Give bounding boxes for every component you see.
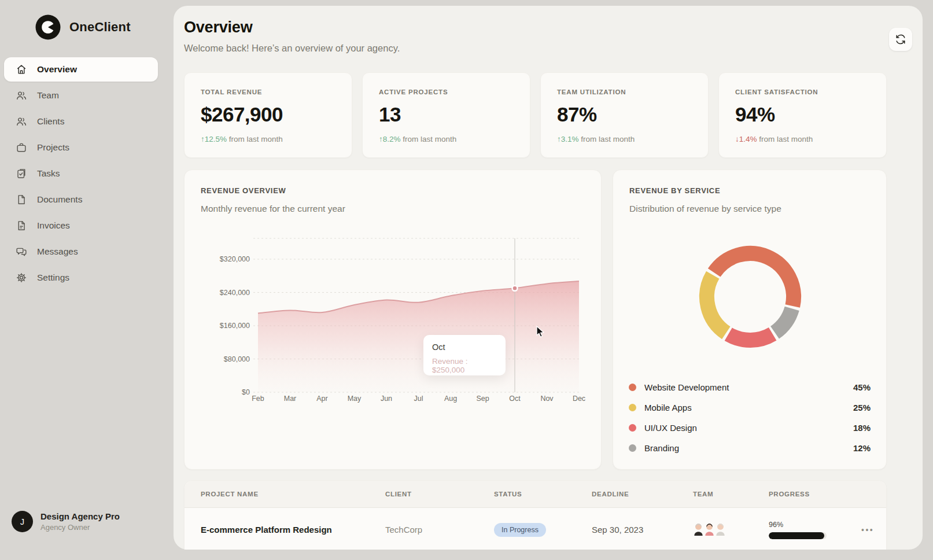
brand-name: OneClient xyxy=(69,20,131,35)
stat-card: CLIENT SATISFACTION94%↓1.4% from last mo… xyxy=(718,72,887,158)
sidebar-item-projects[interactable]: Projects xyxy=(4,135,158,160)
stats-row: TOTAL REVENUE$267,900↑12.5% from last mo… xyxy=(184,72,887,158)
stat-value: 13 xyxy=(379,103,514,126)
trend-down-arrow: ↓1.4% xyxy=(735,135,757,143)
svg-text:May: May xyxy=(348,395,362,403)
svg-text:Aug: Aug xyxy=(444,395,457,403)
users-icon xyxy=(16,90,27,101)
app-root: OneClient OverviewTeamClientsProjectsTas… xyxy=(0,0,933,560)
sidebar-item-label: Settings xyxy=(37,272,69,283)
sidebar-item-settings[interactable]: Settings xyxy=(4,266,158,290)
sidebar-item-team[interactable]: Team xyxy=(4,83,158,108)
stat-change: ↑12.5% from last month xyxy=(201,135,335,143)
svg-text:Jun: Jun xyxy=(381,395,392,403)
stat-card: ACTIVE PROJECTS13↑8.2% from last month xyxy=(362,72,530,158)
settings-icon xyxy=(16,272,27,283)
legend-dot-icon xyxy=(629,424,636,432)
stat-label: TEAM UTILIZATION xyxy=(557,89,692,95)
stat-change-suffix: from last month xyxy=(401,135,457,143)
svg-text:Feb: Feb xyxy=(252,395,264,403)
deadline: Sep 30, 2023 xyxy=(592,525,693,535)
briefcase-icon xyxy=(16,142,27,153)
stat-label: ACTIVE PROJECTS xyxy=(379,89,514,95)
avatar: J xyxy=(12,511,33,532)
clipboard-check-icon xyxy=(16,168,27,179)
user-profile[interactable]: J Design Agency Pro Agency Owner xyxy=(12,511,120,532)
stat-value: 87% xyxy=(557,103,692,126)
sidebar: OneClient OverviewTeamClientsProjectsTas… xyxy=(0,0,174,560)
stat-change-suffix: from last month xyxy=(227,135,283,143)
progress-value: 96% xyxy=(769,521,855,529)
trend-up-arrow: ↑8.2% xyxy=(379,135,401,143)
refresh-icon xyxy=(895,34,906,45)
user-role: Agency Owner xyxy=(40,523,120,532)
team-member-avatar xyxy=(715,521,726,539)
sidebar-item-label: Invoices xyxy=(37,220,70,231)
legend-label: Mobile Apps xyxy=(644,403,692,412)
sidebar-item-label: Documents xyxy=(37,194,82,205)
ellipsis-icon[interactable]: ••• xyxy=(855,525,886,535)
svg-text:Nov: Nov xyxy=(540,395,554,403)
legend-value: 18% xyxy=(853,423,871,433)
revenue-area-chart[interactable]: $0$80,000$160,000$240,000$320,000FebMarA… xyxy=(185,170,602,470)
sidebar-item-overview[interactable]: Overview xyxy=(4,57,158,82)
team-avatars xyxy=(693,521,769,539)
legend-item-branding[interactable]: Branding12% xyxy=(629,438,871,458)
users-icon xyxy=(16,116,27,127)
legend-label: Branding xyxy=(644,443,679,453)
sidebar-item-clients[interactable]: Clients xyxy=(4,109,158,134)
messages-icon xyxy=(16,246,27,257)
svg-text:Sep: Sep xyxy=(476,395,489,403)
sidebar-item-tasks[interactable]: Tasks xyxy=(4,161,158,186)
legend-item-website-development[interactable]: Website Development45% xyxy=(629,377,871,397)
stat-card: TEAM UTILIZATION87%↑3.1% from last month xyxy=(540,72,709,158)
client-name: TechCorp xyxy=(385,525,494,535)
tooltip-month: Oct xyxy=(432,342,497,352)
stat-change: ↑8.2% from last month xyxy=(379,135,514,143)
svg-text:$80,000: $80,000 xyxy=(224,355,250,363)
main-panel: Overview Welcome back! Here’s an overvie… xyxy=(174,6,923,550)
sidebar-item-label: Projects xyxy=(37,142,69,153)
svg-text:Dec: Dec xyxy=(573,395,585,403)
legend-value: 25% xyxy=(853,403,871,412)
sidebar-item-invoices[interactable]: Invoices xyxy=(4,213,158,238)
table-row[interactable]: E-commerce Platform RedesignTechCorpIn P… xyxy=(185,508,886,550)
sidebar-item-label: Overview xyxy=(37,64,77,75)
page-subtitle: Welcome back! Here’s an overview of your… xyxy=(184,43,400,54)
page-title: Overview xyxy=(184,19,252,36)
stat-change-suffix: from last month xyxy=(579,135,635,143)
chart-tooltip: Oct Revenue : $250,000 xyxy=(423,335,506,375)
legend-label: Website Development xyxy=(644,382,729,392)
column-header-status: STATUS xyxy=(494,491,592,498)
trend-up-arrow: ↑12.5% xyxy=(201,135,227,143)
legend-item-mobile-apps[interactable]: Mobile Apps25% xyxy=(629,397,871,418)
team-member-avatar xyxy=(693,521,704,539)
svg-text:$0: $0 xyxy=(242,388,250,396)
sidebar-item-label: Team xyxy=(37,90,59,101)
table-header: PROJECT NAMECLIENTSTATUSDEADLINETEAMPROG… xyxy=(185,481,886,508)
progress-cell: 96% xyxy=(769,521,855,539)
tooltip-value: Revenue : $250,000 xyxy=(432,357,497,374)
column-header-client: CLIENT xyxy=(385,491,494,498)
sidebar-item-documents[interactable]: Documents xyxy=(4,187,158,212)
svg-text:$320,000: $320,000 xyxy=(220,255,250,263)
project-name: E-commerce Platform Redesign xyxy=(201,525,385,535)
svg-text:Oct: Oct xyxy=(509,395,521,403)
progress-bar-fill xyxy=(769,532,824,539)
status-badge: In Progress xyxy=(494,523,546,537)
svg-text:Jul: Jul xyxy=(414,395,423,403)
home-icon xyxy=(16,64,27,75)
projects-table-card: PROJECT NAMECLIENTSTATUSDEADLINETEAMPROG… xyxy=(184,480,887,550)
svg-text:$240,000: $240,000 xyxy=(220,289,250,297)
donut-legend: Website Development45%Mobile Apps25%UI/U… xyxy=(629,377,871,458)
revenue-overview-card: REVENUE OVERVIEW Monthly revenue for the… xyxy=(184,170,602,470)
column-header-deadline: DEADLINE xyxy=(592,491,693,498)
legend-item-ui-ux-design[interactable]: UI/UX Design18% xyxy=(629,418,871,438)
stat-label: TOTAL REVENUE xyxy=(201,89,335,95)
sidebar-item-messages[interactable]: Messages xyxy=(4,240,158,264)
refresh-button[interactable] xyxy=(889,28,912,51)
column-header-progress: PROGRESS xyxy=(769,491,855,498)
table-body: E-commerce Platform RedesignTechCorpIn P… xyxy=(185,508,886,550)
column-header-project-name: PROJECT NAME xyxy=(201,491,385,498)
stat-change-suffix: from last month xyxy=(757,135,813,143)
